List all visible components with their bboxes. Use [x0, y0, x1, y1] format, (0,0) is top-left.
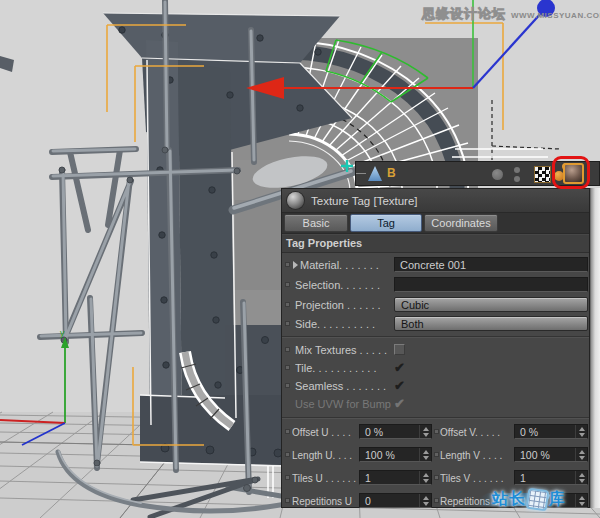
tiles-u-value: 1 — [365, 472, 371, 484]
visibility-dot-top-icon[interactable] — [514, 167, 520, 173]
texture-tag-sphere-icon — [287, 192, 304, 209]
watermark-site-name: 思缘设计论坛 — [422, 5, 506, 23]
panel-title: Texture Tag [Texture] — [311, 195, 418, 207]
tab-coordinates[interactable]: Coordinates — [424, 214, 498, 232]
param-dot[interactable] — [285, 302, 290, 307]
row-mix-textures: Mix Textures . . . . . — [282, 342, 589, 358]
param-dot[interactable] — [285, 383, 290, 388]
projection-value: Cubic — [401, 299, 429, 311]
attribute-panel: Texture Tag [Texture] Basic Tag Coordina… — [281, 188, 590, 508]
row-selection: Selection. . . . . . . — [282, 277, 589, 293]
param-dot[interactable] — [285, 321, 290, 326]
use-uvw-checkbox: ✔ — [394, 396, 405, 411]
separator — [282, 336, 589, 338]
spinner[interactable] — [575, 494, 587, 507]
offset-v-field[interactable]: 0 % — [514, 424, 588, 439]
axis-label-y: y — [60, 328, 65, 338]
panel-header: Texture Tag [Texture] — [282, 189, 589, 213]
material-field[interactable]: Concrete 001 — [394, 257, 588, 272]
spinner[interactable] — [575, 448, 587, 461]
tiles-u-field[interactable]: 1 — [359, 470, 432, 485]
watermark-logo: 站长 库 — [492, 483, 566, 515]
tab-bar: Basic Tag Coordinates — [282, 213, 589, 234]
param-dot[interactable] — [434, 498, 439, 503]
side-value: Both — [401, 318, 424, 330]
projection-dropdown[interactable]: Cubic — [394, 297, 588, 312]
row-side: Side. . . . . . . . . . Both — [282, 316, 589, 332]
watermark-top: 思缘设计论坛 WWW.MISSYUAN.COM — [422, 5, 600, 23]
seamless-checkbox[interactable]: ✔ — [394, 378, 405, 393]
spinner[interactable] — [419, 471, 431, 484]
material-label: Material. . . . . . . — [300, 259, 394, 271]
param-dot[interactable] — [285, 262, 290, 267]
length-u-field[interactable]: 100 % — [359, 447, 432, 462]
scrollbar[interactable] — [590, 188, 600, 508]
row-material: Material. . . . . . . Concrete 001 — [282, 257, 589, 273]
spinner[interactable] — [419, 494, 431, 507]
length-v-label: Length V . . . . — [440, 450, 506, 461]
length-u-label: Length U. . . . — [292, 450, 358, 461]
param-dot[interactable] — [434, 429, 439, 434]
row-use-uvw: Use UVW for Bump ✔ — [282, 396, 589, 412]
logo-picture-icon — [526, 487, 550, 511]
mix-textures-checkbox[interactable] — [394, 344, 405, 355]
projection-label: Projection . . . . . . — [295, 299, 394, 311]
tiles-u-label: Tiles U . . . . . . — [292, 473, 358, 484]
selection-label: Selection. . . . . . . — [295, 279, 394, 291]
layer-dot-icon[interactable] — [492, 169, 503, 180]
tab-tag[interactable]: Tag — [350, 214, 422, 232]
offset-v-value: 0 % — [520, 426, 538, 438]
spinner[interactable] — [575, 425, 587, 438]
repetitions-u-label: Repetitions U — [292, 496, 358, 507]
param-dot[interactable] — [285, 282, 290, 287]
param-dot[interactable] — [434, 475, 439, 480]
logo-text-prefix: 站长 — [492, 489, 526, 510]
material-value: Concrete 001 — [400, 259, 466, 271]
separator — [282, 417, 589, 419]
param-dot[interactable] — [285, 452, 290, 457]
mix-textures-label: Mix Textures . . . . . — [295, 344, 394, 356]
tab-basic[interactable]: Basic — [284, 214, 348, 232]
param-dot[interactable] — [285, 475, 290, 480]
selection-field[interactable] — [394, 277, 588, 292]
tile-checkbox[interactable]: ✔ — [394, 360, 405, 375]
side-label: Side. . . . . . . . . . — [295, 318, 394, 330]
spinner[interactable] — [419, 448, 431, 461]
offset-u-field[interactable]: 0 % — [359, 424, 432, 439]
object-name[interactable]: B — [387, 166, 396, 180]
offset-v-label: Offset V. . . . . — [440, 427, 506, 438]
use-uvw-label: Use UVW for Bump — [295, 398, 394, 410]
row-length: Length U. . . . 100 % Length V . . . . 1… — [282, 447, 589, 463]
repetitions-u-field[interactable]: 0 — [359, 493, 432, 508]
param-dot[interactable] — [285, 498, 290, 503]
uvw-tag-icon[interactable] — [534, 166, 551, 183]
viewport-window: y 思缘设计论坛 WWW.MISSYUAN.COM B Texture Tag … — [0, 0, 600, 518]
tile-label: Tile. . . . . . . . . . . — [295, 362, 394, 374]
row-offset: Offset U . . . . 0 % Offset V. . . . . 0… — [282, 424, 589, 440]
length-u-value: 100 % — [365, 449, 395, 461]
length-v-field[interactable]: 100 % — [514, 447, 588, 462]
tree-connector — [356, 173, 366, 174]
repetitions-u-value: 0 — [365, 495, 371, 507]
row-tile: Tile. . . . . . . . . . . ✔ — [282, 360, 589, 376]
offset-u-label: Offset U . . . . — [292, 427, 358, 438]
expander-icon[interactable] — [293, 261, 298, 269]
spinner[interactable] — [575, 471, 587, 484]
side-dropdown[interactable]: Both — [394, 316, 588, 331]
cone-object-icon[interactable] — [368, 166, 382, 181]
param-dot[interactable] — [285, 429, 290, 434]
offset-u-value: 0 % — [365, 426, 383, 438]
param-dot[interactable] — [434, 452, 439, 457]
tiles-v-label: Tiles V . . . . . . — [440, 473, 506, 484]
row-seamless: Seamless . . . . . . . ✔ — [282, 378, 589, 394]
row-projection: Projection . . . . . . Cubic — [282, 297, 589, 313]
seamless-label: Seamless . . . . . . . — [295, 380, 394, 392]
section-header: Tag Properties — [282, 235, 589, 253]
annotation-ring — [552, 156, 590, 189]
visibility-dot-bottom-icon[interactable] — [514, 176, 520, 182]
length-v-value: 100 % — [520, 449, 550, 461]
watermark-site-url: WWW.MISSYUAN.COM — [511, 11, 600, 20]
param-dot[interactable] — [285, 365, 290, 370]
spinner[interactable] — [419, 425, 431, 438]
param-dot[interactable] — [285, 347, 290, 352]
